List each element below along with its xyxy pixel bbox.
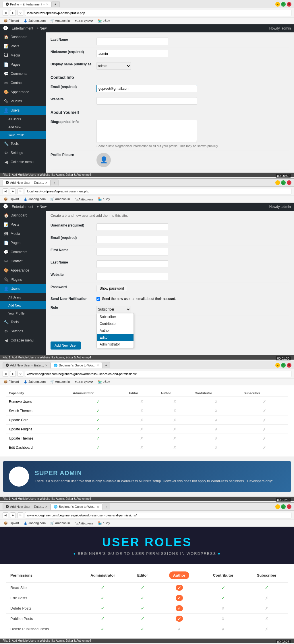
tab-addnew-3[interactable]: 🅦 Add New User – Enter... ✕ [3, 362, 51, 368]
role-dropdown[interactable]: Subscriber Contributor Author Editor Adm… [96, 313, 134, 348]
sidebar-users-1[interactable]: 👤 Users [0, 106, 46, 115]
minimize-btn-2[interactable]: – [275, 180, 280, 185]
bookmark-flipkart-2[interactable]: 📦 Flipkart [3, 197, 20, 202]
close-btn-2[interactable]: ✕ [287, 180, 291, 185]
tab-new-3[interactable]: + [102, 362, 110, 368]
bookmark-jabong[interactable]: 👗 Jabong.com [22, 18, 47, 23]
input-nickname[interactable] [96, 50, 168, 57]
bookmark-jabong-4[interactable]: 👗 Jabong.com [22, 521, 47, 526]
tab-new-2[interactable]: + [51, 179, 59, 186]
tab-wpbeginner-4[interactable]: 🌐 Beginner's Guide to Wor... ✕ [51, 504, 102, 510]
show-password-btn[interactable]: Show password [96, 285, 127, 292]
input-email-new[interactable] [96, 236, 168, 243]
sidebar-addnew-2[interactable]: Add New [0, 301, 46, 309]
sidebar-plugins-2[interactable]: 🔌 Plugins [0, 275, 46, 284]
bookmark-ebay-2[interactable]: 🏪 eBay [97, 197, 111, 202]
maximize-btn-2[interactable]: □ [281, 180, 286, 185]
tab-wpbeginner-3[interactable]: 🌐 Beginner's Guide to Wor... ✕ [51, 362, 102, 368]
refresh-btn-4[interactable]: ↻ [18, 512, 23, 518]
sidebar-dashboard-1[interactable]: 🏠 Dashboard [0, 32, 46, 42]
site-name-1[interactable]: Entertainment [12, 26, 33, 30]
bookmark-amazon[interactable]: 🛒 Amazon.in [49, 18, 71, 23]
maximize-btn-1[interactable]: □ [281, 2, 286, 7]
sidebar-appearance-2[interactable]: 🎨 Appearance [0, 266, 46, 275]
bookmark-amazon-2[interactable]: 🛒 Amazon.in [49, 197, 71, 202]
close-btn-1[interactable]: ✕ [287, 2, 291, 7]
sidebar-dashboard-2[interactable]: 🏠 Dashboard [0, 211, 46, 220]
bookmark-jabong-2[interactable]: 👗 Jabong.com [22, 197, 47, 202]
refresh-btn-3[interactable]: ↻ [18, 371, 23, 377]
role-editor[interactable]: Editor [97, 334, 134, 341]
close-btn-3[interactable]: ✕ [287, 363, 291, 368]
sidebar-pages-1[interactable]: 📄 Pages [0, 60, 46, 69]
bookmark-ebay-4[interactable]: 🏪 eBay [97, 521, 111, 526]
input-website-new[interactable] [96, 273, 168, 280]
input-bio[interactable] [96, 120, 197, 143]
tab-new-4[interactable]: + [102, 504, 110, 510]
input-lastname-new[interactable] [96, 260, 168, 268]
forward-btn-2[interactable]: ▶ [10, 188, 16, 194]
role-administrator[interactable]: Administrator [97, 341, 134, 348]
bookmark-ebay-3[interactable]: 🏪 eBay [97, 379, 111, 384]
bookmark-aliexpress[interactable]: 🛍 AliExpress [74, 19, 94, 23]
bookmark-amazon-3[interactable]: 🛒 Amazon.in [49, 379, 71, 384]
select-displayname[interactable]: admin [96, 62, 131, 70]
input-firstname[interactable] [96, 248, 168, 255]
sidebar-settings-2[interactable]: ⚙ Settings [0, 327, 46, 336]
forward-btn-3[interactable]: ▶ [10, 371, 16, 377]
back-btn-2[interactable]: ◀ [3, 188, 8, 194]
sidebar-media-2[interactable]: 🖼 Media [0, 229, 46, 238]
tab-close-4b[interactable]: ✕ [97, 505, 99, 508]
minimize-btn-1[interactable]: – [275, 2, 280, 7]
bookmark-flipkart[interactable]: 📦 Flipkart [3, 18, 20, 23]
sidebar-pages-2[interactable]: 📄 Pages [0, 238, 46, 247]
sidebar-yourprofile-1[interactable]: Your Profile [0, 131, 46, 139]
role-select[interactable]: Subscriber [96, 306, 131, 313]
sidebar-allusers-2[interactable]: All Users [0, 293, 46, 301]
maximize-btn-4[interactable]: □ [281, 504, 286, 509]
bookmark-aliexpress-4[interactable]: 🛍 AliExpress [74, 521, 94, 526]
back-btn-4[interactable]: ◀ [3, 512, 8, 518]
role-subscriber[interactable]: Subscriber [97, 313, 134, 320]
input-email[interactable] [96, 85, 197, 92]
sidebar-collapse-1[interactable]: ◀ Collapse menu [0, 157, 46, 167]
new-link-2[interactable]: + New [37, 205, 47, 209]
sidebar-posts-2[interactable]: 📝 Posts [0, 220, 46, 229]
new-link-1[interactable]: + New [37, 26, 47, 30]
sidebar-posts-1[interactable]: 📝 Posts [0, 42, 46, 51]
input-website[interactable] [96, 97, 197, 105]
bookmark-jabong-3[interactable]: 👗 Jabong.com [22, 379, 47, 384]
sidebar-yourprofile-2[interactable]: Your Profile [0, 309, 46, 317]
add-new-user-btn[interactable]: Add New User [51, 341, 81, 350]
sidebar-comments-1[interactable]: 💬 Comments [0, 69, 46, 78]
maximize-btn-3[interactable]: □ [281, 363, 286, 368]
tab-close-2[interactable]: ✕ [45, 181, 47, 184]
input-username[interactable] [96, 223, 168, 231]
sidebar-addnew-1[interactable]: Add New [0, 123, 46, 131]
bookmark-amazon-4[interactable]: 🛒 Amazon.in [49, 521, 71, 526]
sidebar-settings-1[interactable]: ⚙ Settings [0, 148, 46, 157]
sidebar-media-1[interactable]: 🖼 Media [0, 51, 46, 60]
sidebar-contact-1[interactable]: ✉ Contact [0, 78, 46, 87]
sidebar-comments-2[interactable]: 💬 Comments [0, 247, 46, 257]
tab-addnew-4[interactable]: 🅦 Add New User – Enter... ✕ [3, 504, 51, 510]
minimize-btn-4[interactable]: – [275, 504, 280, 509]
bookmark-flipkart-4[interactable]: 📦 Flipkart [3, 521, 20, 526]
tab-close-4a[interactable]: ✕ [45, 505, 47, 508]
sidebar-allusers-1[interactable]: All Users [0, 115, 46, 123]
bookmark-flipkart-3[interactable]: 📦 Flipkart [3, 379, 20, 384]
address-bar-1[interactable] [25, 10, 291, 16]
tab-profile[interactable]: 🅦 Profile – Entertainment – ✕ [3, 1, 51, 7]
address-bar-2[interactable] [25, 188, 291, 194]
sidebar-tools-2[interactable]: 🔧 Tools [0, 317, 46, 327]
sidebar-appearance-1[interactable]: 🎨 Appearance [0, 87, 46, 97]
tab-close-3a[interactable]: ✕ [45, 364, 47, 367]
back-btn-1[interactable]: ◀ [3, 10, 8, 16]
tab-addnew[interactable]: 🅦 Add New User – Enter... ✕ [3, 179, 51, 186]
address-bar-4[interactable] [25, 512, 291, 518]
role-contributor[interactable]: Contributor [97, 320, 134, 327]
refresh-btn-1[interactable]: ↻ [18, 10, 23, 16]
back-btn-3[interactable]: ◀ [3, 371, 8, 377]
bookmark-ebay[interactable]: 🏪 eBay [97, 18, 111, 23]
refresh-btn-2[interactable]: ↻ [18, 188, 23, 194]
